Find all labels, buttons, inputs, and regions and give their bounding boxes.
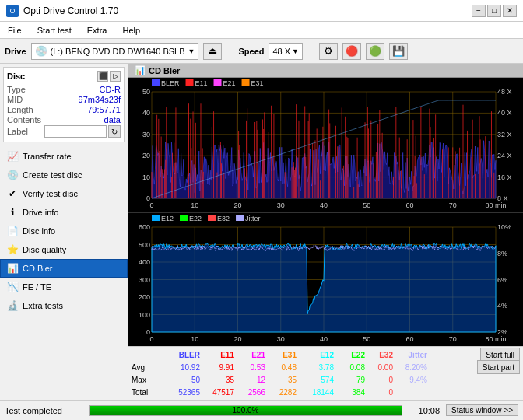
stats-avg-e12: 3.78 xyxy=(300,363,337,372)
stats-header-bler: BLER xyxy=(163,351,203,359)
save-button[interactable]: 💾 xyxy=(389,43,408,60)
scan-button[interactable]: 🟢 xyxy=(366,43,384,60)
stats-total-row: Total 52365 47517 2566 2282 18144 384 0 xyxy=(132,386,520,398)
charts-container xyxy=(128,78,523,346)
drive-dropdown-arrow: ▼ xyxy=(188,47,195,55)
disc-panel-title: Disc xyxy=(7,72,25,81)
stats-max-e21: 12 xyxy=(237,376,269,384)
separator-2 xyxy=(311,44,311,59)
stats-total-e31: 2282 xyxy=(269,388,300,397)
sidebar-item-drive-info[interactable]: ℹ Drive info xyxy=(0,203,128,222)
maximize-button[interactable]: □ xyxy=(487,5,501,17)
mid-label: MID xyxy=(7,95,23,104)
sidebar-item-label-disc-quality: Disc quality xyxy=(23,245,66,254)
app-icon: O xyxy=(6,5,19,17)
label-input[interactable] xyxy=(44,125,107,138)
disc-panel: Disc ⬛ ▷ Type CD-R MID 97m34s23f Length … xyxy=(3,67,125,142)
status-text: Test completed xyxy=(5,406,82,415)
stats-max-jitter: 9.4% xyxy=(396,376,433,384)
stats-avg-bler: 10.92 xyxy=(163,363,203,372)
menu-bar: File Start test Extra Help xyxy=(0,22,523,39)
disc-info-icon: 📄 xyxy=(7,226,18,236)
sidebar: Disc ⬛ ▷ Type CD-R MID 97m34s23f Length … xyxy=(0,64,128,400)
sidebar-item-verify-test-disc[interactable]: ✔ Verify test disc xyxy=(0,184,128,203)
drive-selector[interactable]: 💿 (L:) BENQ DVD DD DW1640 BSLB ▼ xyxy=(31,43,199,60)
stats-header-row: BLER E11 E21 E31 E12 E22 E32 Jitter Star… xyxy=(132,348,520,361)
stats-max-e11: 35 xyxy=(203,376,237,384)
lower-chart xyxy=(128,213,523,346)
create-test-disc-icon: 💿 xyxy=(7,170,18,180)
sidebar-item-extra-tests[interactable]: 🔬 Extra tests xyxy=(0,296,128,315)
verify-test-disc-icon: ✔ xyxy=(7,188,18,199)
close-button[interactable]: ✕ xyxy=(503,5,517,17)
sidebar-item-label-extra-tests: Extra tests xyxy=(23,301,63,310)
status-window-button[interactable]: Status window >> xyxy=(446,404,518,416)
sidebar-item-create-test-disc[interactable]: 💿 Create test disc xyxy=(0,166,128,184)
burn-button[interactable]: 🔴 xyxy=(342,43,361,60)
cd-bler-icon: 📊 xyxy=(7,263,18,274)
mid-value: 97m34s23f xyxy=(79,95,121,104)
contents-label: Contents xyxy=(7,115,41,124)
stats-total-e11: 47517 xyxy=(203,388,237,397)
stats-avg-label: Avg xyxy=(132,363,163,372)
stats-total-label: Total xyxy=(132,388,163,397)
stats-avg-e21: 0.53 xyxy=(237,363,269,372)
drive-name-text: (L:) BENQ DVD DD DW1640 BSLB xyxy=(51,47,185,56)
sidebar-item-cd-bler[interactable]: 📊 CD Bler xyxy=(0,259,128,278)
label-label: Label xyxy=(7,127,28,136)
stats-max-e12: 574 xyxy=(300,376,337,384)
stats-avg-e22: 0.08 xyxy=(337,363,368,372)
separator-1 xyxy=(230,44,230,59)
disc-quality-icon: ⭐ xyxy=(7,244,18,255)
stats-avg-row: Avg 10.92 9.91 0.53 0.48 3.78 0.08 0.00 … xyxy=(132,361,520,373)
chart-title-bar: 📊 CD Bler xyxy=(128,64,523,78)
stats-avg-e32: 0.00 xyxy=(368,363,396,372)
menu-extra[interactable]: Extra xyxy=(84,25,111,36)
stats-avg-e11: 9.91 xyxy=(203,363,237,372)
stats-header-e22: E22 xyxy=(337,351,368,359)
progress-bar-container: 100.0% xyxy=(89,405,402,416)
stats-avg-e31: 0.48 xyxy=(269,363,300,372)
speed-label: Speed xyxy=(238,47,264,56)
sidebar-item-label-cd-bler: CD Bler xyxy=(23,264,53,273)
stats-avg-jitter: 8.20% xyxy=(396,363,433,372)
sidebar-item-fe-te[interactable]: 📉 FE / TE xyxy=(0,278,128,296)
settings-button[interactable]: ⚙ xyxy=(319,43,338,60)
stats-header-e12: E12 xyxy=(300,351,337,359)
chart-title-text: CD Bler xyxy=(149,66,180,75)
stats-header-jitter: Jitter xyxy=(396,351,433,359)
speed-selector[interactable]: 48 X ▼ xyxy=(269,43,303,60)
menu-file[interactable]: File xyxy=(5,25,25,36)
speed-dropdown-arrow: ▼ xyxy=(292,47,299,55)
sidebar-item-disc-info[interactable]: 📄 Disc info xyxy=(0,222,128,240)
stats-total-e22: 384 xyxy=(337,388,368,397)
stats-total-e32: 0 xyxy=(368,388,396,397)
status-time: 10:08 xyxy=(409,406,440,415)
extra-tests-icon: 🔬 xyxy=(7,300,18,311)
sidebar-item-transfer-rate[interactable]: 📈 Transfer rate xyxy=(0,147,128,166)
length-label: Length xyxy=(7,105,33,114)
transfer-rate-icon: 📈 xyxy=(7,151,18,162)
stats-header-e31: E31 xyxy=(269,351,300,359)
stats-total-e12: 18144 xyxy=(300,388,337,397)
status-bar: Test completed 100.0% 10:08 Status windo… xyxy=(0,400,523,420)
drive-icon: 💿 xyxy=(35,45,47,57)
type-label: Type xyxy=(7,85,26,94)
stats-header-e21: E21 xyxy=(237,351,269,359)
sidebar-item-label-create-test-disc: Create test disc xyxy=(23,170,82,180)
disc-panel-icon1[interactable]: ⬛ xyxy=(97,71,108,82)
minimize-button[interactable]: − xyxy=(472,5,486,17)
type-value: CD-R xyxy=(100,85,121,94)
menu-start-test[interactable]: Start test xyxy=(34,25,75,36)
sidebar-menu: 📈 Transfer rate 💿 Create test disc ✔ Ver… xyxy=(0,147,128,315)
start-part-button[interactable]: Start part xyxy=(477,360,520,374)
sidebar-item-disc-quality[interactable]: ⭐ Disc quality xyxy=(0,240,128,259)
stats-table: BLER E11 E21 E31 E12 E22 E32 Jitter Star… xyxy=(128,346,523,400)
content-area: 📊 CD Bler BLER E11 E21 E31 E12 E22 xyxy=(128,64,523,400)
disc-panel-icon2[interactable]: ▷ xyxy=(110,71,121,82)
menu-help[interactable]: Help xyxy=(119,25,143,36)
label-refresh-button[interactable]: ↻ xyxy=(108,125,121,138)
drive-info-icon: ℹ xyxy=(7,207,18,218)
eject-button[interactable]: ⏏ xyxy=(203,43,222,60)
title-bar: O Opti Drive Control 1.70 − □ ✕ xyxy=(0,0,523,22)
